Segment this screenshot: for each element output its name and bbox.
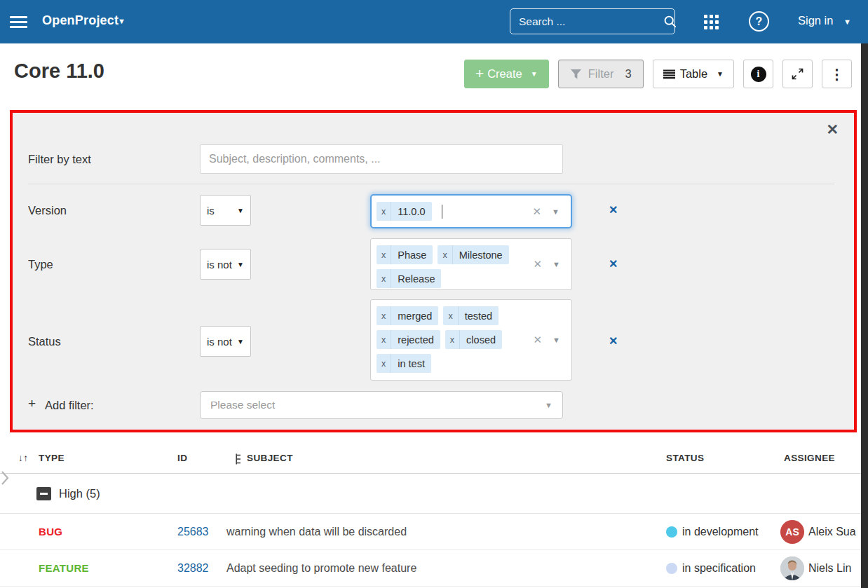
sort-icon[interactable]: ↓↑ bbox=[18, 443, 28, 474]
search-input[interactable] bbox=[510, 15, 663, 28]
question-glyph: ? bbox=[756, 15, 763, 28]
remove-version-filter-button[interactable]: ✕ bbox=[609, 203, 618, 217]
status-indicator-dot bbox=[666, 563, 677, 574]
chevron-down-icon: ▼ bbox=[237, 338, 244, 346]
operator-value: is bbox=[207, 205, 215, 217]
hierarchy-icon[interactable] bbox=[236, 453, 242, 465]
more-options-button[interactable]: ⋮ bbox=[822, 60, 852, 88]
version-values-multiselect[interactable]: x 11.0.0 ✕ ▼ bbox=[370, 194, 572, 228]
work-package-row[interactable]: FEATURE 32882 Adapt seeding to promote n… bbox=[0, 550, 868, 587]
chip-label: Release bbox=[391, 273, 441, 285]
page-title: Core 11.0 bbox=[14, 60, 104, 83]
clear-selection-icon[interactable]: ✕ bbox=[533, 258, 542, 271]
group-label: High (5) bbox=[59, 474, 100, 514]
group-row: High (5) bbox=[0, 474, 861, 514]
column-header-id[interactable]: ID bbox=[177, 443, 187, 474]
fullscreen-button[interactable] bbox=[782, 60, 813, 88]
filter-name-type: Type bbox=[28, 258, 53, 271]
filter-button[interactable]: Filter 3 bbox=[558, 60, 644, 88]
info-icon: i bbox=[751, 67, 766, 82]
chip-label: Phase bbox=[391, 249, 433, 261]
chip-remove-icon[interactable]: x bbox=[438, 245, 452, 264]
table-view-button[interactable]: Table ▼ bbox=[653, 60, 734, 88]
column-header-assignee[interactable]: ASSIGNEE bbox=[784, 443, 835, 474]
column-header-subject[interactable]: SUBJECT bbox=[247, 443, 293, 474]
subject-cell[interactable]: warning when data will be discarded bbox=[226, 514, 407, 550]
dropdown-caret-icon[interactable]: ▼ bbox=[552, 260, 560, 268]
status-operator-select[interactable]: is not ▼ bbox=[200, 326, 251, 357]
status-cell: in specification bbox=[682, 550, 756, 587]
global-search[interactable] bbox=[510, 8, 675, 34]
dropdown-caret-icon[interactable]: ▼ bbox=[552, 207, 560, 216]
minus-icon bbox=[40, 493, 48, 494]
filter-name-version: Version bbox=[28, 204, 67, 217]
filter-panel: ✕ Filter by text Version is ▼ x 11.0.0 ✕… bbox=[10, 110, 857, 432]
filter-by-text-label: Filter by text bbox=[28, 153, 91, 166]
table-label: Table bbox=[680, 67, 707, 81]
avatar-photo bbox=[780, 556, 804, 580]
value-chip: x rejected bbox=[377, 330, 440, 349]
filter-name-status: Status bbox=[28, 335, 61, 348]
help-icon[interactable]: ? bbox=[749, 11, 769, 32]
hamburger-menu-icon[interactable] bbox=[10, 13, 28, 30]
kebab-icon: ⋮ bbox=[830, 66, 844, 83]
toolbar: + Create ▼ Filter 3 Table ▼ i ⋮ bbox=[464, 60, 852, 88]
collapse-group-button[interactable] bbox=[36, 487, 51, 500]
chip-remove-icon[interactable]: x bbox=[377, 306, 391, 325]
chip-label: merged bbox=[391, 310, 438, 322]
id-link[interactable]: 32882 bbox=[177, 550, 209, 587]
chip-remove-icon[interactable]: x bbox=[445, 330, 460, 349]
status-cell: in development bbox=[682, 514, 759, 550]
chip-remove-icon[interactable]: x bbox=[377, 202, 391, 221]
chip-label: 11.0.0 bbox=[391, 206, 431, 217]
chip-remove-icon[interactable]: x bbox=[377, 245, 391, 264]
sign-in-button[interactable]: Sign in bbox=[798, 14, 833, 27]
chip-label: rejected bbox=[391, 334, 440, 346]
dropdown-caret-icon[interactable]: ▼ bbox=[552, 336, 560, 344]
chip-remove-icon[interactable]: x bbox=[377, 269, 391, 288]
create-label: Create bbox=[487, 67, 522, 81]
version-operator-select[interactable]: is ▼ bbox=[200, 195, 251, 226]
plus-icon: + bbox=[475, 66, 484, 81]
filter-count-badge: 3 bbox=[625, 67, 631, 81]
type-operator-select[interactable]: is not ▼ bbox=[200, 249, 251, 280]
value-chip: x tested bbox=[443, 306, 499, 325]
info-button[interactable]: i bbox=[743, 60, 773, 88]
id-link[interactable]: 25683 bbox=[177, 514, 209, 550]
create-button[interactable]: + Create ▼ bbox=[464, 60, 549, 88]
value-chip: x Release bbox=[377, 269, 441, 288]
chip-remove-icon[interactable]: x bbox=[377, 330, 391, 349]
app-logo[interactable]: OpenProject bbox=[42, 13, 118, 28]
avatar: AS bbox=[780, 520, 804, 544]
divider bbox=[28, 184, 834, 184]
type-cell: FEATURE bbox=[39, 550, 89, 587]
type-values-multiselect[interactable]: x Phase x Milestone x Release ✕ ▼ bbox=[370, 238, 572, 290]
operator-value: is not bbox=[207, 336, 232, 348]
clear-selection-icon[interactable]: ✕ bbox=[533, 334, 542, 346]
chip-label: in test bbox=[391, 358, 431, 369]
work-package-row[interactable]: BUG 25683 warning when data will be disc… bbox=[0, 514, 868, 550]
remove-type-filter-button[interactable]: ✕ bbox=[609, 257, 618, 271]
close-filter-button[interactable]: ✕ bbox=[826, 121, 839, 138]
add-filter-select[interactable]: Please select ▼ bbox=[200, 391, 563, 419]
chip-label: closed bbox=[460, 334, 502, 346]
clear-selection-icon[interactable]: ✕ bbox=[532, 205, 541, 218]
column-header-type[interactable]: TYPE bbox=[39, 443, 65, 474]
dropdown-caret-icon: ▼ bbox=[545, 401, 552, 409]
scrollbar[interactable] bbox=[861, 43, 868, 588]
apps-grid-icon[interactable] bbox=[704, 15, 719, 30]
chip-remove-icon[interactable]: x bbox=[377, 354, 391, 373]
chevron-down-icon: ▼ bbox=[717, 70, 724, 78]
chevron-down-icon[interactable]: ▼ bbox=[843, 18, 851, 26]
chip-label: tested bbox=[459, 310, 499, 322]
status-values-multiselect[interactable]: x merged x tested x rejected x closed x … bbox=[370, 299, 572, 381]
chevron-down-icon[interactable]: ▼ bbox=[118, 17, 126, 25]
add-filter-label[interactable]: Add filter: bbox=[45, 399, 94, 412]
subject-cell[interactable]: Adapt seeding to promote new feature bbox=[226, 550, 416, 587]
text-filter-input[interactable] bbox=[200, 144, 563, 174]
column-header-status[interactable]: STATUS bbox=[666, 443, 704, 474]
plus-icon[interactable]: + bbox=[28, 396, 36, 411]
remove-status-filter-button[interactable]: ✕ bbox=[609, 334, 618, 348]
chip-remove-icon[interactable]: x bbox=[443, 306, 458, 325]
search-icon[interactable] bbox=[663, 15, 677, 29]
